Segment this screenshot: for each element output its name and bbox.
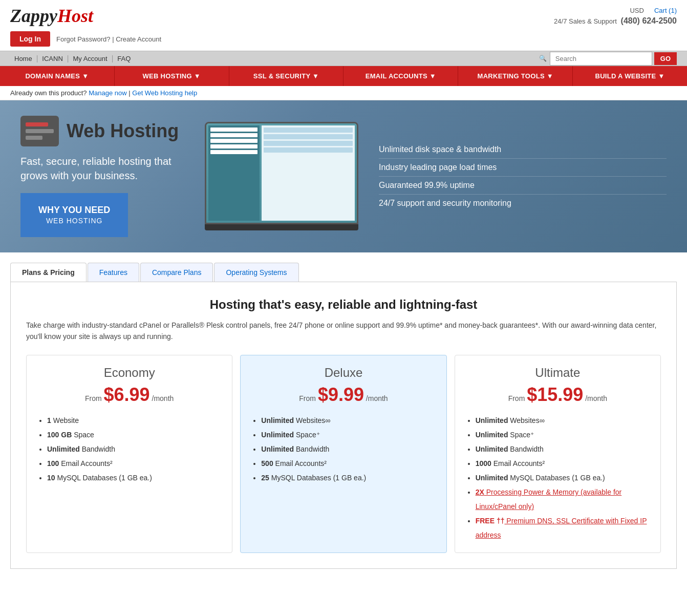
plan-deluxe: Deluxe From $9.99 /month Unlimited Websi… [240,355,446,553]
plan-deluxe-per: /month [364,394,388,402]
hosting-icon-box [20,116,59,146]
logo-host: Host [57,6,93,26]
why-btn-line1: WHY YOU NEED [38,204,110,216]
laptop-main [262,125,355,221]
hero-feature-4: 24/7 support and security monitoring [379,195,667,212]
create-account-link[interactable]: Create Account [116,35,161,43]
sidebar-item-4 [210,144,257,148]
plan-economy-name: Economy [37,366,222,380]
tab-operating-systems[interactable]: Operating Systems [214,263,298,282]
cart-label[interactable]: Cart (1) [654,7,677,14]
plan-ultimate-per: /month [583,394,607,402]
hero-feature-2: Industry leading page load times [379,159,667,177]
why-you-need-button[interactable]: WHY YOU NEED WEB HOSTING [20,193,128,237]
plan-ultimate-feature-3: Unlimited Bandwidth [476,442,650,456]
nav-domain-names[interactable]: DOMAIN NAMES ▼ [0,66,115,86]
icon-bar-short [26,136,42,140]
laptop-screen [206,123,357,223]
pricing-cards: Economy From $6.99 /month 1 Website 100 … [26,355,661,553]
plan-ultimate: Ultimate From $15.99 /month Unlimited We… [455,355,661,553]
already-bar: Already own this product? Manage now | G… [0,86,687,100]
icon-bar-gray [26,129,54,133]
nav-my-account[interactable]: My Account [69,55,111,62]
currency-label: USD [630,7,643,14]
hero-laptop [205,122,358,230]
auth-bar: Log In Forgot Password? | Create Account [0,29,687,51]
sidebar-item-2 [210,133,257,137]
search-go-button[interactable]: GO [654,52,677,65]
sidebar-item-1 [210,128,257,132]
plan-ultimate-feature-5: Unlimited MySQL Databases (1 GB ea.) [476,471,650,485]
laptop-image [205,122,358,224]
content-description: Take charge with industry-standard cPane… [26,320,661,343]
hero-features-list: Unlimited disk space & bandwidth Industr… [379,141,667,212]
nav-marketing-tools[interactable]: MARKETING TOOLS ▼ [458,66,573,86]
hero-section: Web Hosting Fast, secure, reliable hosti… [0,100,687,252]
icon-bar-red [26,122,48,126]
plan-ultimate-feature-7: FREE †† Premium DNS, SSL Certificate wit… [476,514,650,542]
search-icon: 🔍 [539,55,547,62]
nav-faq[interactable]: FAQ [113,55,135,62]
plan-ultimate-feature-6: 2X Processing Power & Memory (available … [476,485,650,514]
plan-ultimate-features: Unlimited Websites∞ Unlimited Space⁺ Unl… [465,413,650,542]
nav-home[interactable]: Home [10,55,36,62]
plan-ultimate-price: From $15.99 /month [465,384,650,406]
hero-title: Web Hosting [67,120,179,142]
web-hosting-help-link[interactable]: Get Web Hosting help [132,89,197,97]
top-bar: ZappyHost USD Cart (1) 24/7 Sales & Supp… [0,0,687,29]
processing-power-link[interactable]: 2X Processing Power & Memory (available … [476,488,622,511]
plan-deluxe-feature-4: 500 Email Accounts² [261,456,436,471]
plan-economy-feature-1: 1 Website [47,413,222,428]
plan-deluxe-features: Unlimited Websites∞ Unlimited Space⁺ Unl… [251,413,436,485]
laptop-sidebar [208,125,260,221]
plan-economy-feature-3: Unlimited Bandwidth [47,442,222,456]
nav-bar: Home | ICANN | My Account | FAQ 🔍 GO [0,51,687,66]
why-btn-line2: WEB HOSTING [38,216,110,225]
manage-now-link[interactable]: Manage now [89,89,126,97]
nav-icann[interactable]: ICANN [38,55,67,62]
plan-economy-price: From $6.99 /month [37,384,222,406]
hero-right: Unlimited disk space & bandwidth Industr… [379,141,667,212]
tab-plans-pricing[interactable]: Plans & Pricing [10,263,87,282]
search-input[interactable] [550,52,652,66]
hero-left: Web Hosting Fast, secure, reliable hosti… [20,116,184,237]
plan-deluxe-feature-3: Unlimited Bandwidth [261,442,436,456]
logo: ZappyHost [10,5,93,27]
plan-ultimate-feature-2: Unlimited Space⁺ [476,428,650,442]
search-box: 🔍 GO [539,52,677,66]
plan-deluxe-price: From $9.99 /month [251,384,436,406]
plan-ultimate-name: Ultimate [465,366,650,380]
plan-ultimate-feature-4: 1000 Email Accounts² [476,456,650,471]
forgot-password-link[interactable]: Forgot Password? [56,35,111,43]
login-button[interactable]: Log In [10,31,50,47]
hero-icon: Web Hosting [20,116,184,146]
content-area: Hosting that's easy, reliable and lightn… [10,282,677,569]
tab-compare-plans[interactable]: Compare Plans [140,263,213,282]
main-row-1 [264,128,353,133]
plan-deluxe-name: Deluxe [251,366,436,380]
plan-economy-from: From [85,394,104,402]
nav-email-accounts[interactable]: EMAIL ACCOUNTS ▼ [344,66,458,86]
plan-economy-feature-4: 100 Email Accounts² [47,456,222,471]
tab-features[interactable]: Features [88,263,139,282]
auth-links: Forgot Password? | Create Account [56,35,161,43]
nav-ssl-security[interactable]: SSL & SECURITY ▼ [229,66,344,86]
sidebar-item-5 [210,150,257,154]
phone-number: (480) 624-2500 [621,16,677,25]
plan-deluxe-feature-5: 25 MySQL Databases (1 GB ea.) [261,471,436,485]
plan-economy-per: /month [150,394,174,402]
nav-build-website[interactable]: BUILD A WEBSITE ▼ [573,66,687,86]
tabs-section: Plans & Pricing Features Compare Plans O… [0,252,687,282]
hero-feature-3: Guaranteed 99.9% uptime [379,177,667,195]
plan-economy-feature-5: 10 MySQL Databases (1 GB ea.) [47,471,222,485]
plan-deluxe-feature-1: Unlimited Websites∞ [261,413,436,428]
plan-economy-amount: $6.99 [104,384,150,405]
plan-deluxe-feature-2: Unlimited Space⁺ [261,428,436,442]
nav-web-hosting[interactable]: WEB HOSTING ▼ [115,66,229,86]
plan-deluxe-amount: $9.99 [318,384,364,405]
nav-links: Home | ICANN | My Account | FAQ [10,51,135,66]
main-row-3 [264,141,353,146]
plan-deluxe-from: From [299,394,318,402]
laptop-base [205,224,358,230]
hero-feature-1: Unlimited disk space & bandwidth [379,141,667,159]
